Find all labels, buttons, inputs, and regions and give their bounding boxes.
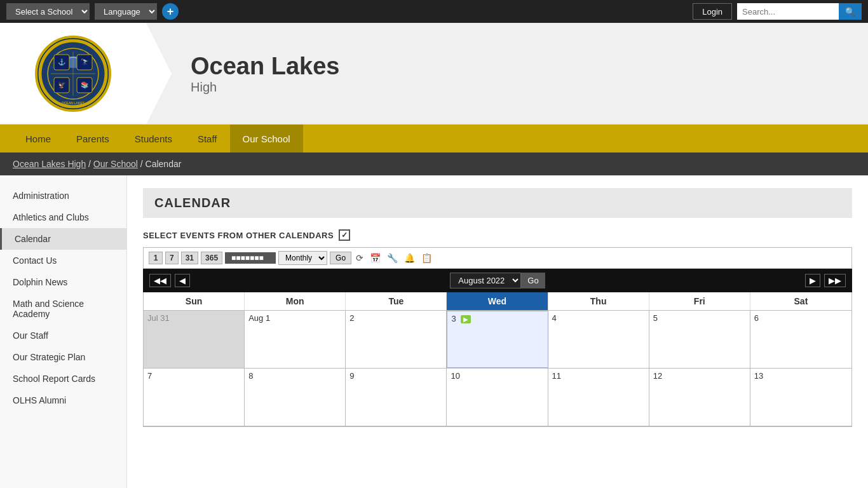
nav-next-next-button[interactable]: ▶▶ [824,274,846,287]
breadcrumb-current: Calendar [146,159,182,169]
svg-text:⚓: ⚓ [58,58,66,66]
date-num: 13 [754,371,763,381]
calendar-toolbar: 1 7 31 365 ■■■■■■■ Monthly Go ⟳ 📅 🔧 🔔 📋 [143,247,852,269]
select-events-checkbox[interactable]: ✓ [339,229,350,241]
nav-home[interactable]: Home [13,125,64,152]
view-go-button[interactable]: Go [330,252,351,264]
month-go-button[interactable]: Go [521,273,545,288]
main-nav: Home Parents Students Staff Our School [0,125,868,152]
login-button[interactable]: Login [693,3,732,20]
calendar-icon[interactable]: 📅 [368,252,383,264]
sidebar-item-strategic-plan[interactable]: Our Strategic Plan [0,346,126,368]
school-level: High [191,80,849,95]
day-saturday: Sat [750,292,851,310]
table-row[interactable]: 10 [447,369,548,426]
svg-text:📚: 📚 [81,81,89,89]
logo-area: ⚓ 🔭 🦅 📚 OCEAN LAKES [0,23,146,124]
svg-text:OCEAN LAKES: OCEAN LAKES [62,101,85,105]
sidebar-item-our-staff[interactable]: Our Staff [0,325,126,346]
month-year-select[interactable]: August 2022 [450,273,521,288]
sidebar: Administration Athletics and Clubs Calen… [0,175,127,488]
table-row[interactable]: 5 [649,311,750,368]
search-input[interactable] [737,3,839,20]
sidebar-item-calendar[interactable]: Calendar [0,228,126,250]
date-num: 10 [451,371,459,381]
breadcrumb-home[interactable]: Ocean Lakes High [13,159,86,169]
sidebar-item-administration[interactable]: Administration [0,185,126,207]
table-row[interactable]: Jul 31 [144,311,245,368]
day-thursday: Thu [548,292,649,310]
table-row[interactable]: 3 ▶ [447,311,548,368]
svg-text:🦅: 🦅 [58,81,66,89]
svg-text:🔭: 🔭 [81,58,89,66]
top-bar: Select a School Language + Login 🔍 [0,0,868,23]
breadcrumb: Ocean Lakes High / Our School / Calendar [0,152,868,175]
page-title: CALENDAR [154,196,841,210]
view-month-button[interactable]: 31 [181,252,198,264]
sidebar-item-dolphin-news[interactable]: Dolphin News [0,271,126,293]
date-num: 11 [552,371,561,381]
date-num: 5 [653,313,658,323]
table-row[interactable]: 12 [649,369,750,426]
filter-icon[interactable]: 🔧 [385,252,400,264]
nav-students[interactable]: Students [122,125,185,152]
school-name: Ocean Lakes [191,53,849,80]
sidebar-item-alumni[interactable]: OLHS Alumni [0,390,126,411]
table-row[interactable]: 2 [346,311,447,368]
breadcrumb-sep1: / [88,159,93,169]
language-dropdown[interactable]: Language [95,3,157,20]
nav-our-school[interactable]: Our School [230,125,303,152]
header-divider [146,23,172,125]
select-events-row: SELECT EVENTS FROM OTHER CALENDARS ✓ [143,229,852,241]
table-row[interactable]: 11 [548,369,649,426]
sidebar-item-math-science[interactable]: Math and Science Academy [0,293,126,325]
main-content: CALENDAR SELECT EVENTS FROM OTHER CALEND… [127,175,868,488]
table-row[interactable]: 13 [750,369,851,426]
school-name-area: Ocean Lakes High [172,53,868,95]
page-title-bar: CALENDAR [143,188,852,218]
calendar-days-header: Sun Mon Tue Wed Thu Fri Sat [144,292,851,311]
table-row[interactable]: Aug 1 [245,311,346,368]
table-row[interactable]: 7 [144,369,245,426]
search-wrap: 🔍 [737,3,862,20]
share-icon[interactable]: 🔔 [402,252,417,264]
search-button[interactable]: 🔍 [839,3,862,20]
view-day-button[interactable]: 1 [149,252,163,264]
table-row[interactable]: 6 [750,311,851,368]
day-friday: Fri [649,292,750,310]
day-sunday: Sun [144,292,245,310]
date-num: 7 [147,371,152,381]
breadcrumb-sep2: / [140,159,146,169]
day-monday: Mon [245,292,346,310]
nav-staff[interactable]: Staff [185,125,230,152]
table-row[interactable]: 4 [548,311,649,368]
breadcrumb-section[interactable]: Our School [93,159,138,169]
sidebar-item-contact[interactable]: Contact Us [0,250,126,271]
date-num: 4 [552,313,557,323]
site-header: ⚓ 🔭 🦅 📚 OCEAN LAKES Ocean Lakes High [0,23,868,125]
select-school-dropdown[interactable]: Select a School [6,3,90,20]
nav-next-button[interactable]: ▶ [805,274,820,287]
date-num: Aug 1 [248,313,270,323]
copy-icon[interactable]: 📋 [419,252,434,264]
view-type-select[interactable]: Monthly [278,251,327,265]
view-week-button[interactable]: 7 [165,252,179,264]
sidebar-item-report-cards[interactable]: School Report Cards [0,368,126,390]
nav-prev-button[interactable]: ◀ [175,274,190,287]
sidebar-item-athletics[interactable]: Athletics and Clubs [0,207,126,228]
nav-parents[interactable]: Parents [64,125,122,152]
table-row[interactable]: 9 [346,369,447,426]
date-num: 8 [248,371,253,381]
today-marker: ▶ [461,315,471,323]
add-button[interactable]: + [162,3,179,20]
calendar-week-2: 7 8 9 10 11 12 13 [144,369,851,426]
view-year-button[interactable]: 365 [201,252,222,264]
date-num: 6 [754,313,759,323]
content-wrap: Administration Athletics and Clubs Calen… [0,175,868,488]
school-logo: ⚓ 🔭 🦅 📚 OCEAN LAKES [35,36,111,112]
date-num: 2 [349,313,354,323]
refresh-icon[interactable]: ⟳ [354,252,365,264]
day-wednesday: Wed [447,292,548,310]
nav-prev-prev-button[interactable]: ◀◀ [149,274,171,287]
table-row[interactable]: 8 [245,369,346,426]
